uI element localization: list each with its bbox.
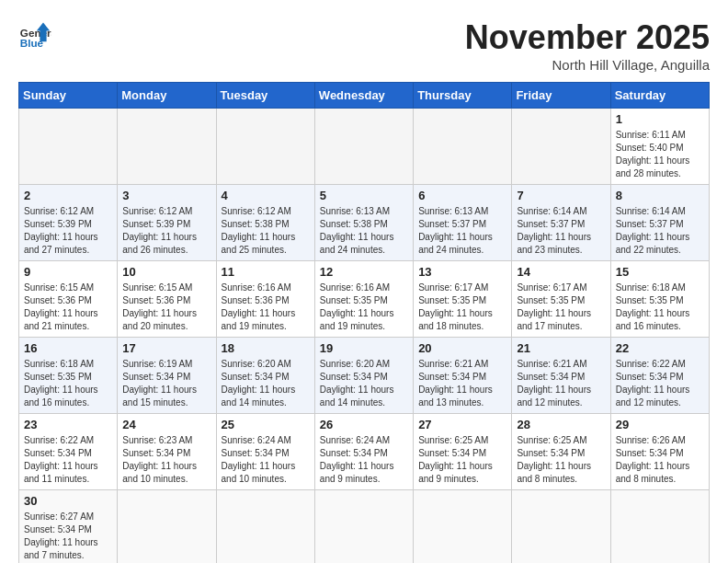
day-info: Sunrise: 6:27 AMSunset: 5:34 PMDaylight:… bbox=[24, 511, 112, 562]
day-info: Sunrise: 6:21 AMSunset: 5:34 PMDaylight:… bbox=[517, 358, 605, 409]
calendar-cell: 8Sunrise: 6:14 AMSunset: 5:37 PMDaylight… bbox=[610, 185, 709, 261]
logo: General Blue bbox=[18, 18, 51, 52]
day-number: 28 bbox=[517, 418, 605, 431]
day-info: Sunrise: 6:18 AMSunset: 5:35 PMDaylight:… bbox=[24, 358, 112, 409]
weekday-header-row: SundayMondayTuesdayWednesdayThursdayFrid… bbox=[19, 83, 710, 109]
calendar-cell: 4Sunrise: 6:12 AMSunset: 5:38 PMDaylight… bbox=[216, 185, 314, 261]
calendar-week-row: 30Sunrise: 6:27 AMSunset: 5:34 PMDayligh… bbox=[19, 490, 710, 564]
calendar-cell: 21Sunrise: 6:21 AMSunset: 5:34 PMDayligh… bbox=[512, 338, 610, 414]
day-info: Sunrise: 6:24 AMSunset: 5:34 PMDaylight:… bbox=[222, 434, 310, 486]
calendar-cell: 18Sunrise: 6:20 AMSunset: 5:34 PMDayligh… bbox=[216, 338, 314, 414]
day-info: Sunrise: 6:19 AMSunset: 5:34 PMDaylight:… bbox=[122, 358, 210, 409]
day-number: 16 bbox=[24, 341, 112, 355]
weekday-header-tuesday: Tuesday bbox=[216, 83, 314, 109]
day-info: Sunrise: 6:13 AMSunset: 5:37 PMDaylight:… bbox=[418, 205, 506, 257]
weekday-header-wednesday: Wednesday bbox=[314, 83, 413, 109]
calendar-cell: 9Sunrise: 6:15 AMSunset: 5:36 PMDaylight… bbox=[19, 261, 118, 338]
day-info: Sunrise: 6:15 AMSunset: 5:36 PMDaylight:… bbox=[24, 282, 112, 333]
calendar-cell: 11Sunrise: 6:16 AMSunset: 5:36 PMDayligh… bbox=[216, 261, 314, 338]
day-info: Sunrise: 6:12 AMSunset: 5:39 PMDaylight:… bbox=[122, 205, 210, 257]
day-number: 15 bbox=[616, 265, 704, 279]
day-info: Sunrise: 6:17 AMSunset: 5:35 PMDaylight:… bbox=[517, 282, 605, 333]
day-info: Sunrise: 6:22 AMSunset: 5:34 PMDaylight:… bbox=[24, 434, 112, 486]
day-number: 9 bbox=[24, 265, 112, 279]
day-info: Sunrise: 6:14 AMSunset: 5:37 PMDaylight:… bbox=[616, 205, 704, 257]
day-info: Sunrise: 6:25 AMSunset: 5:34 PMDaylight:… bbox=[418, 434, 506, 486]
calendar-week-row: 9Sunrise: 6:15 AMSunset: 5:36 PMDaylight… bbox=[19, 261, 710, 338]
weekday-header-friday: Friday bbox=[512, 83, 610, 109]
calendar-cell: 7Sunrise: 6:14 AMSunset: 5:37 PMDaylight… bbox=[512, 185, 610, 261]
day-info: Sunrise: 6:24 AMSunset: 5:34 PMDaylight:… bbox=[320, 434, 408, 486]
day-info: Sunrise: 6:14 AMSunset: 5:37 PMDaylight:… bbox=[517, 205, 605, 257]
calendar-cell: 1Sunrise: 6:11 AMSunset: 5:40 PMDaylight… bbox=[610, 109, 709, 185]
month-title: November 2025 bbox=[465, 18, 710, 57]
day-number: 11 bbox=[222, 265, 310, 279]
day-info: Sunrise: 6:18 AMSunset: 5:35 PMDaylight:… bbox=[616, 282, 704, 333]
calendar-cell: 19Sunrise: 6:20 AMSunset: 5:34 PMDayligh… bbox=[314, 338, 413, 414]
calendar-cell: 12Sunrise: 6:16 AMSunset: 5:35 PMDayligh… bbox=[314, 261, 413, 338]
day-number: 13 bbox=[418, 265, 506, 279]
calendar-cell: 28Sunrise: 6:25 AMSunset: 5:34 PMDayligh… bbox=[512, 414, 610, 490]
calendar-cell: 5Sunrise: 6:13 AMSunset: 5:38 PMDaylight… bbox=[314, 185, 413, 261]
day-number: 18 bbox=[222, 341, 310, 355]
title-area: November 2025 North Hill Village, Anguil… bbox=[465, 18, 710, 73]
calendar-cell bbox=[414, 109, 512, 185]
weekday-header-monday: Monday bbox=[118, 83, 216, 109]
day-number: 19 bbox=[320, 341, 408, 355]
calendar-cell: 25Sunrise: 6:24 AMSunset: 5:34 PMDayligh… bbox=[216, 414, 314, 490]
logo-icon: General Blue bbox=[18, 18, 51, 52]
calendar-cell bbox=[414, 490, 512, 564]
calendar-cell bbox=[314, 109, 413, 185]
day-number: 2 bbox=[24, 189, 112, 202]
day-number: 23 bbox=[24, 418, 112, 431]
calendar-cell: 10Sunrise: 6:15 AMSunset: 5:36 PMDayligh… bbox=[118, 261, 216, 338]
calendar-week-row: 2Sunrise: 6:12 AMSunset: 5:39 PMDaylight… bbox=[19, 185, 710, 261]
calendar-cell: 3Sunrise: 6:12 AMSunset: 5:39 PMDaylight… bbox=[118, 185, 216, 261]
day-number: 6 bbox=[418, 189, 506, 202]
day-number: 4 bbox=[222, 189, 310, 202]
calendar-cell: 14Sunrise: 6:17 AMSunset: 5:35 PMDayligh… bbox=[512, 261, 610, 338]
day-number: 21 bbox=[517, 341, 605, 355]
calendar-week-row: 16Sunrise: 6:18 AMSunset: 5:35 PMDayligh… bbox=[19, 338, 710, 414]
day-number: 20 bbox=[418, 341, 506, 355]
calendar-cell: 29Sunrise: 6:26 AMSunset: 5:34 PMDayligh… bbox=[610, 414, 709, 490]
day-number: 26 bbox=[320, 418, 408, 431]
day-info: Sunrise: 6:26 AMSunset: 5:34 PMDaylight:… bbox=[616, 434, 704, 486]
calendar-cell bbox=[512, 490, 610, 564]
calendar-week-row: 23Sunrise: 6:22 AMSunset: 5:34 PMDayligh… bbox=[19, 414, 710, 490]
day-info: Sunrise: 6:11 AMSunset: 5:40 PMDaylight:… bbox=[616, 129, 704, 180]
calendar-cell: 6Sunrise: 6:13 AMSunset: 5:37 PMDaylight… bbox=[414, 185, 512, 261]
day-number: 30 bbox=[24, 494, 112, 508]
day-info: Sunrise: 6:21 AMSunset: 5:34 PMDaylight:… bbox=[418, 358, 506, 409]
day-info: Sunrise: 6:16 AMSunset: 5:36 PMDaylight:… bbox=[222, 282, 310, 333]
day-number: 24 bbox=[122, 418, 210, 431]
calendar-cell: 23Sunrise: 6:22 AMSunset: 5:34 PMDayligh… bbox=[19, 414, 118, 490]
day-info: Sunrise: 6:22 AMSunset: 5:34 PMDaylight:… bbox=[616, 358, 704, 409]
calendar-cell: 16Sunrise: 6:18 AMSunset: 5:35 PMDayligh… bbox=[19, 338, 118, 414]
day-number: 27 bbox=[418, 418, 506, 431]
day-info: Sunrise: 6:20 AMSunset: 5:34 PMDaylight:… bbox=[222, 358, 310, 409]
day-number: 1 bbox=[616, 112, 704, 126]
calendar-cell bbox=[512, 109, 610, 185]
calendar-cell: 26Sunrise: 6:24 AMSunset: 5:34 PMDayligh… bbox=[314, 414, 413, 490]
calendar-cell bbox=[610, 490, 709, 564]
calendar-table: SundayMondayTuesdayWednesdayThursdayFrid… bbox=[18, 82, 710, 563]
day-info: Sunrise: 6:12 AMSunset: 5:39 PMDaylight:… bbox=[24, 205, 112, 257]
day-info: Sunrise: 6:15 AMSunset: 5:36 PMDaylight:… bbox=[122, 282, 210, 333]
day-number: 22 bbox=[616, 341, 704, 355]
calendar-cell: 24Sunrise: 6:23 AMSunset: 5:34 PMDayligh… bbox=[118, 414, 216, 490]
weekday-header-saturday: Saturday bbox=[610, 83, 709, 109]
day-info: Sunrise: 6:23 AMSunset: 5:34 PMDaylight:… bbox=[122, 434, 210, 486]
calendar-cell: 15Sunrise: 6:18 AMSunset: 5:35 PMDayligh… bbox=[610, 261, 709, 338]
calendar-cell: 13Sunrise: 6:17 AMSunset: 5:35 PMDayligh… bbox=[414, 261, 512, 338]
day-info: Sunrise: 6:16 AMSunset: 5:35 PMDaylight:… bbox=[320, 282, 408, 333]
day-info: Sunrise: 6:13 AMSunset: 5:38 PMDaylight:… bbox=[320, 205, 408, 257]
calendar-cell: 22Sunrise: 6:22 AMSunset: 5:34 PMDayligh… bbox=[610, 338, 709, 414]
day-number: 10 bbox=[122, 265, 210, 279]
day-number: 5 bbox=[320, 189, 408, 202]
calendar-cell bbox=[19, 109, 118, 185]
day-number: 14 bbox=[517, 265, 605, 279]
weekday-header-sunday: Sunday bbox=[19, 83, 118, 109]
calendar-cell bbox=[118, 109, 216, 185]
day-info: Sunrise: 6:25 AMSunset: 5:34 PMDaylight:… bbox=[517, 434, 605, 486]
